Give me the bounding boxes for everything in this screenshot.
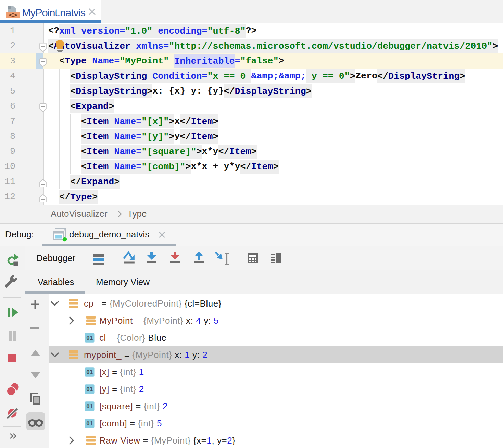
- svg-text:01: 01: [86, 403, 93, 410]
- svg-text:01: 01: [86, 386, 93, 393]
- svg-text:<>: <>: [9, 12, 17, 19]
- svg-text:01: 01: [86, 335, 93, 341]
- svg-text:01: 01: [86, 369, 93, 375]
- svg-text:01: 01: [86, 420, 93, 427]
